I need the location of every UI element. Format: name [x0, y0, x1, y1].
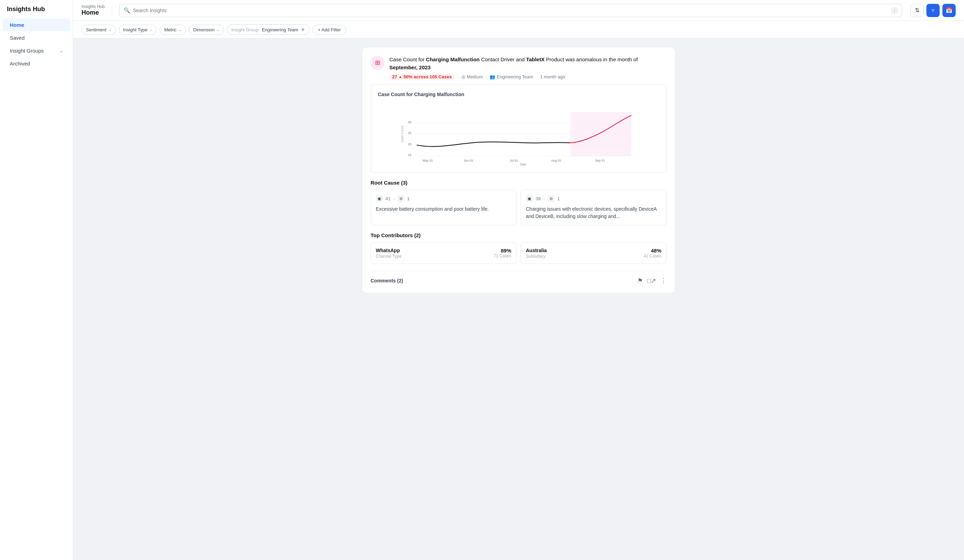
sidebar-item-insight-groups[interactable]: Insight Groups ⌄: [3, 44, 70, 57]
header: Insights Hub Home 🔍 / ⇅ ▿ 📅: [73, 0, 964, 21]
add-filter-label: + Add Filter: [318, 27, 340, 33]
sidebar-item-home-label: Home: [10, 22, 24, 28]
svg-text:Jun 01: Jun 01: [464, 159, 473, 162]
card-header: ⊞ Case Count for Charging Malfunction Co…: [371, 56, 667, 80]
contributors-title: Top Contributors (2): [371, 232, 667, 238]
svg-text:Case Count: Case Count: [401, 126, 404, 142]
root-cause-meta-2: ▣ 39 · ⊘ 1: [526, 195, 661, 202]
meta-time: 1 month ago: [540, 74, 565, 80]
title-text-before1: Case Count for: [389, 56, 426, 62]
rc-count-1: 41: [386, 196, 391, 201]
contributor-pct-2: 48%: [643, 247, 661, 254]
time-ago: 1 month ago: [540, 74, 565, 80]
contributor-info-1: WhatsApp Channel Type: [376, 247, 402, 259]
sidebar-item-archived[interactable]: Archived: [3, 57, 70, 70]
contributor-type-1: Channel Type: [376, 254, 402, 259]
title-bold1: Charging Malfunction: [426, 56, 480, 62]
metric-filter[interactable]: Metric ⌄: [160, 25, 186, 35]
calendar-button[interactable]: 📅: [943, 4, 956, 17]
meta-trend: 50% across 105 Cases: [403, 74, 452, 80]
meta-count: 27 ▲ 50% across 105 Cases: [389, 73, 454, 80]
sentiment-filter[interactable]: Sentiment ⌄: [81, 25, 116, 35]
close-filter-icon[interactable]: ✕: [301, 27, 305, 33]
svg-text:25: 25: [408, 131, 411, 135]
insight-type-filter[interactable]: Insight Type ⌄: [119, 25, 157, 35]
card-meta: 27 ▲ 50% across 105 Cases · ◎ Medium · 👥: [389, 73, 667, 80]
comments-bar: Comments (2) ⚑ □↗ ⋮: [371, 271, 667, 285]
active-filter-value: Engineering Team: [262, 27, 298, 33]
sidebar-item-home[interactable]: Home: [3, 18, 70, 31]
svg-text:15: 15: [408, 153, 411, 157]
card-title-area: Case Count for Charging Malfunction Cont…: [389, 56, 667, 80]
sentiment-filter-label: Sentiment: [86, 27, 107, 33]
contributor-cases-1: 71 Cases: [493, 254, 511, 259]
group-icon: 👥: [490, 74, 495, 80]
contributor-cases-2: 41 Cases: [643, 254, 661, 259]
title-bold2: TabletX: [526, 56, 545, 62]
app-title: Insights Hub: [0, 6, 73, 18]
sidebar-item-archived-label: Archived: [10, 60, 30, 67]
title-bold3: September, 2023: [389, 64, 430, 70]
svg-text:Jul 01: Jul 01: [510, 159, 518, 162]
contributor-pct-1: 89%: [493, 247, 511, 254]
active-insight-group-filter[interactable]: Insight Group: Engineering Team ✕: [227, 24, 309, 35]
search-input[interactable]: [133, 8, 889, 13]
rc-count-2: 39: [536, 196, 541, 201]
comments-actions: ⚑ □↗ ⋮: [637, 277, 667, 285]
dimension-filter[interactable]: Dimension ⌄: [189, 25, 224, 35]
metric-filter-label: Metric: [164, 27, 176, 33]
contributor-type-2: Subsidiary: [526, 254, 547, 259]
bookmark-button[interactable]: ⚑: [637, 277, 643, 285]
contributor-name-1: WhatsApp: [376, 247, 402, 253]
search-shortcut: /: [892, 7, 897, 14]
metric-chevron-icon: ⌄: [179, 28, 181, 32]
chevron-down-icon: ⌄: [60, 49, 63, 53]
card-title: Case Count for Charging Malfunction Cont…: [389, 56, 667, 72]
svg-text:Sep 01: Sep 01: [595, 159, 605, 162]
share-icon: □↗: [647, 277, 656, 285]
sidebar: Insights Hub Home Saved Insight Groups ⌄…: [0, 0, 73, 560]
share-button[interactable]: □↗: [647, 277, 656, 285]
rc-linked-icon-2: ⊘: [547, 195, 554, 202]
contributor-stats-1: 89% 71 Cases: [493, 247, 511, 259]
root-cause-text-2: Charging issues with electronic devices,…: [526, 205, 661, 220]
svg-text:20: 20: [408, 142, 411, 146]
search-box[interactable]: 🔍 /: [119, 4, 902, 17]
svg-text:30: 30: [408, 120, 411, 124]
rc-linked-1: 1: [407, 196, 410, 201]
trend-up-icon: ▲: [399, 75, 402, 79]
rc-linked-icon-1: ⊘: [397, 195, 404, 202]
chart-section: Case Count for Charging Malfunction Case…: [371, 84, 667, 173]
insight-type-icon: ⊞: [375, 59, 380, 67]
header-actions: ⇅ ▿ 📅: [910, 4, 956, 17]
search-icon: 🔍: [124, 7, 130, 14]
calendar-icon: 📅: [946, 7, 953, 14]
title-text-between: Contact Driver and: [480, 56, 526, 62]
root-cause-text-1: Excessive battery consumption and poor b…: [376, 205, 511, 213]
contributor-stats-2: 48% 41 Cases: [643, 247, 661, 259]
svg-text:Day: Day: [520, 163, 526, 165]
filter-bar: Sentiment ⌄ Insight Type ⌄ Metric ⌄ Dime…: [73, 21, 964, 39]
more-options-button[interactable]: ⋮: [660, 277, 667, 285]
contributor-info-2: Australia Subsidiary: [526, 247, 547, 259]
severity-icon: ◎: [461, 74, 465, 80]
sidebar-item-saved[interactable]: Saved: [3, 31, 70, 44]
more-options-icon: ⋮: [660, 277, 667, 285]
insight-card: ⊞ Case Count for Charging Malfunction Co…: [362, 47, 675, 293]
dimension-filter-label: Dimension: [193, 27, 215, 33]
contributors-grid: WhatsApp Channel Type 89% 71 Cases Austr…: [371, 243, 667, 264]
root-cause-title: Root Cause (3): [371, 180, 667, 186]
chart-container: Case Count 15 20 25 30: [378, 103, 659, 165]
sort-button[interactable]: ⇅: [910, 4, 923, 17]
sidebar-item-insight-groups-label: Insight Groups: [10, 48, 44, 54]
add-filter-button[interactable]: + Add Filter: [313, 25, 346, 35]
chart-title: Case Count for Charging Malfunction: [378, 91, 659, 97]
contributor-card-2: Australia Subsidiary 48% 41 Cases: [521, 243, 667, 264]
breadcrumb: Insights Hub Home: [81, 4, 105, 16]
breadcrumb-top: Insights Hub: [81, 4, 105, 9]
svg-text:Aug 01: Aug 01: [551, 159, 562, 162]
meta-group: 👥 Engineering Team: [490, 74, 533, 80]
insight-type-filter-label: Insight Type: [123, 27, 148, 33]
filter-button[interactable]: ▿: [927, 4, 940, 17]
rc-icon-1: ▣: [376, 195, 383, 202]
